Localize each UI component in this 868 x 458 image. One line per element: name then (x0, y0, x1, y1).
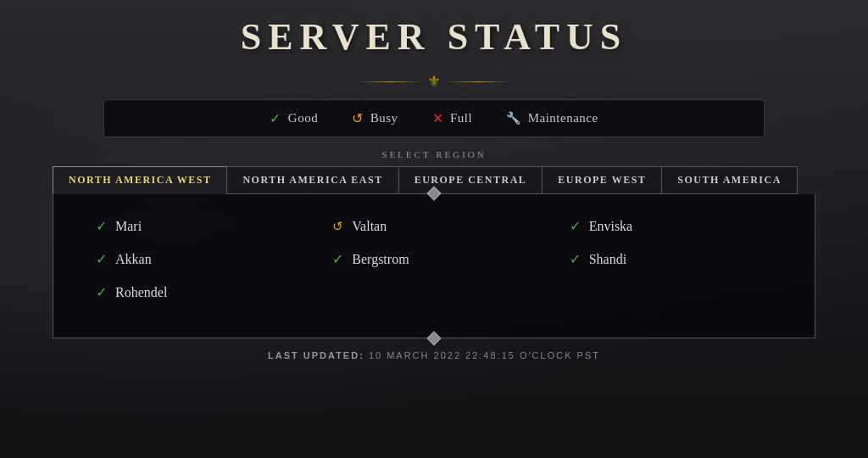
list-item: ↺ Valtan (315, 209, 552, 243)
legend-full: ✕ Full (432, 110, 473, 126)
list-item (315, 276, 552, 309)
check-icon: ✓ (270, 110, 281, 126)
legend-maintenance: 🔧 Maintenance (506, 111, 598, 126)
legend-bar: ✓ Good ↺ Busy ✕ Full 🔧 Maintenance (103, 99, 765, 137)
status-good-icon (96, 251, 107, 267)
legend-busy: ↺ Busy (352, 110, 398, 126)
server-panel: Mari ↺ Valtan Enviska Akkan Bergstr (53, 194, 815, 338)
server-name: Enviska (589, 219, 633, 234)
x-icon: ✕ (432, 110, 444, 126)
tab-eu-central[interactable]: EUROPE CENTRAL (398, 166, 542, 194)
status-good-icon (570, 218, 581, 234)
legend-good: ✓ Good (270, 110, 318, 126)
list-item: Shandi (553, 243, 789, 276)
server-name: Mari (115, 219, 142, 234)
list-item (553, 276, 789, 309)
list-item: Bergstrom (315, 243, 552, 276)
status-good-icon (96, 218, 107, 234)
footer-label: LAST UPDATED: (268, 350, 364, 360)
list-item: Akkan (79, 243, 315, 276)
tab-na-west[interactable]: NORTH AMERICA WEST (53, 166, 226, 194)
wrench-icon: 🔧 (506, 111, 521, 126)
title-ornament: ⚜ (356, 72, 512, 91)
tab-south-america[interactable]: SOUTH AMERICA (661, 166, 798, 194)
ornament-icon: ⚜ (427, 72, 441, 91)
server-name: Akkan (115, 252, 152, 267)
region-select-label: SELECT REGION (381, 149, 486, 159)
list-item: Mari (79, 209, 315, 243)
footer-datetime: 10 MARCH 2022 22:48:15 O'CLOCK PST (369, 350, 600, 360)
status-good-icon (332, 251, 343, 267)
status-busy-icon: ↺ (332, 219, 343, 234)
server-name: Rohendel (115, 285, 167, 300)
tab-na-east[interactable]: NORTH AMERICA EAST (226, 166, 398, 194)
server-name: Shandi (589, 252, 626, 267)
server-name: Bergstrom (352, 252, 409, 267)
status-good-icon (570, 251, 581, 267)
busy-icon: ↺ (352, 110, 364, 126)
list-item: Rohendel (79, 276, 315, 309)
status-good-icon (96, 284, 107, 300)
list-item: Enviska (553, 209, 789, 243)
server-name: Valtan (352, 219, 387, 234)
servers-grid: Mari ↺ Valtan Enviska Akkan Bergstr (79, 194, 789, 309)
region-selector: NORTH AMERICA WEST NORTH AMERICA EAST EU… (53, 166, 815, 338)
page-title: SERVER STATUS (241, 15, 628, 59)
tab-eu-west[interactable]: EUROPE WEST (542, 166, 661, 194)
footer: LAST UPDATED: 10 MARCH 2022 22:48:15 O'C… (268, 350, 600, 360)
diamond-bottom-icon (427, 332, 442, 346)
